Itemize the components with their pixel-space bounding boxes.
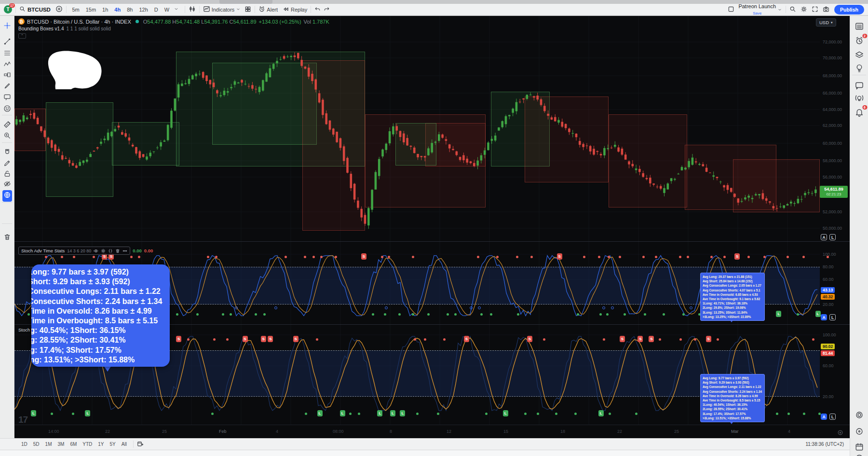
indicators-button[interactable]: Indicators bbox=[203, 5, 241, 14]
log-scale-badge[interactable]: L bbox=[829, 314, 836, 320]
plus-circle-icon bbox=[55, 5, 63, 14]
emoji-icon[interactable] bbox=[3, 105, 11, 114]
legend-collapse-button[interactable]: ⌃ bbox=[18, 33, 26, 39]
layers-icon[interactable] bbox=[854, 51, 864, 62]
alert-button[interactable]: Alert bbox=[258, 6, 278, 14]
source-code-icon[interactable] bbox=[108, 249, 113, 253]
lock-icon[interactable] bbox=[3, 170, 11, 180]
timeframe-1h[interactable]: 1h bbox=[100, 7, 110, 13]
avatar-notification-badge: 17 bbox=[9, 3, 15, 8]
indicator-templates-button[interactable] bbox=[244, 6, 251, 14]
more-options-icon[interactable] bbox=[122, 249, 127, 253]
timeframe-4h[interactable]: 4h bbox=[112, 7, 123, 13]
range-ytd[interactable]: YTD bbox=[80, 442, 95, 447]
currency-dropdown[interactable]: USD▾ bbox=[816, 18, 836, 27]
auto-scale-badge[interactable]: A bbox=[821, 234, 827, 240]
layout-name-menu[interactable]: Patreon Launch Save bbox=[738, 4, 776, 15]
magnet-icon[interactable] bbox=[3, 148, 11, 158]
chart-style-button[interactable] bbox=[189, 5, 196, 14]
chevron-down-icon[interactable] bbox=[777, 5, 782, 14]
object-tree-icon[interactable] bbox=[855, 411, 864, 421]
globe-icon[interactable] bbox=[2, 190, 12, 202]
xabcd-pattern-icon[interactable] bbox=[3, 60, 11, 70]
replay-button[interactable]: Replay bbox=[283, 6, 307, 14]
chart-area[interactable]: ₿ BTCUSD · Bitcoin / U.S. Dollar · 4h · … bbox=[14, 16, 850, 438]
toolbar-divider bbox=[66, 6, 67, 13]
short-signal-badge: S bbox=[268, 336, 273, 342]
gear-icon[interactable] bbox=[101, 249, 106, 253]
ideas-bulb-icon[interactable] bbox=[854, 64, 864, 75]
timeframe-W[interactable]: W bbox=[162, 7, 171, 13]
text-note-icon[interactable] bbox=[3, 93, 11, 103]
last-price: 54,611.89 bbox=[820, 186, 848, 192]
notifications-bell-icon[interactable]: 6 bbox=[854, 108, 864, 119]
crosshair-icon[interactable] bbox=[3, 22, 11, 31]
signal-dot bbox=[543, 338, 545, 341]
publish-button[interactable]: Publish bbox=[834, 5, 864, 14]
timeframe-5m[interactable]: 5m bbox=[70, 7, 81, 13]
long-signal-badge: L bbox=[400, 410, 405, 416]
snapshot-button[interactable] bbox=[823, 6, 829, 14]
pane-separator[interactable] bbox=[14, 241, 850, 242]
trash-icon[interactable] bbox=[115, 249, 120, 253]
indicator-legend[interactable]: Bounding Boxes v1.41 1 1 solid solid sol… bbox=[18, 26, 111, 31]
timeframe-menu-caret[interactable] bbox=[172, 6, 181, 13]
tooltip-line: Avg Long: 9.77 bars ± 3.97 (592) bbox=[31, 267, 170, 277]
compare-add-button[interactable] bbox=[55, 5, 63, 14]
clock-display[interactable]: 11:38:36 (UTC+2) bbox=[805, 442, 844, 447]
range-5y[interactable]: 5Y bbox=[107, 442, 119, 447]
range-6m[interactable]: 6M bbox=[67, 442, 80, 447]
range-1m[interactable]: 1M bbox=[42, 442, 55, 447]
trendline-icon[interactable] bbox=[3, 38, 11, 47]
brush-icon[interactable] bbox=[3, 82, 11, 92]
go-to-date-button[interactable] bbox=[137, 441, 144, 448]
chart-settings-button[interactable] bbox=[800, 6, 807, 14]
layout-select-button[interactable] bbox=[728, 6, 734, 14]
fullscreen-button[interactable] bbox=[812, 6, 818, 14]
range-5d[interactable]: 5D bbox=[30, 442, 42, 447]
trash-icon[interactable] bbox=[3, 233, 11, 243]
log-scale-badge[interactable]: L bbox=[829, 414, 836, 420]
auto-scale-badge[interactable]: A bbox=[821, 314, 827, 320]
help-icon[interactable] bbox=[855, 454, 864, 456]
position-tool-icon[interactable] bbox=[3, 71, 11, 81]
save-label[interactable]: Save bbox=[753, 12, 761, 15]
watchlist-icon[interactable] bbox=[854, 22, 864, 33]
signal-dot bbox=[644, 313, 646, 316]
chat-icon[interactable] bbox=[854, 81, 864, 92]
ruler-icon[interactable] bbox=[3, 121, 11, 130]
data-window-icon[interactable] bbox=[855, 427, 864, 438]
streams-icon[interactable] bbox=[854, 94, 864, 105]
signal-dot bbox=[599, 313, 602, 316]
log-scale-badge[interactable]: L bbox=[829, 234, 836, 240]
range-3m[interactable]: 3M bbox=[55, 442, 68, 447]
hide-drawings-icon[interactable] bbox=[3, 180, 11, 190]
range-all[interactable]: All bbox=[119, 442, 130, 447]
fib-lines-icon[interactable] bbox=[3, 49, 11, 59]
symbol-search-button[interactable]: BTCUSD bbox=[19, 6, 51, 13]
symbol-legend[interactable]: ₿ BTCUSD · Bitcoin / U.S. Dollar · 4h · … bbox=[18, 18, 329, 25]
eye-icon[interactable] bbox=[94, 249, 98, 253]
quick-search-button[interactable] bbox=[789, 6, 796, 14]
undo-button[interactable] bbox=[314, 6, 321, 13]
draw-pencil-icon[interactable] bbox=[3, 159, 11, 169]
scroll-to-realtime-icon[interactable] bbox=[837, 429, 843, 438]
range-1y[interactable]: 1Y bbox=[95, 442, 107, 447]
tooltip-line: 3Long: 17.4%; 3Short: 17.57% bbox=[703, 412, 762, 416]
timeframe-12h[interactable]: 12h bbox=[137, 7, 150, 13]
indicator-pill[interactable]: Stoch Adv Time Stats 14 3 6 20 80 bbox=[18, 247, 130, 255]
stoch-adv-time-stats-legend[interactable]: Stoch Adv Time Stats 14 3 6 20 80 0.00 0… bbox=[18, 247, 153, 255]
zoom-in-icon[interactable] bbox=[3, 132, 11, 141]
redo-button[interactable] bbox=[324, 6, 330, 13]
calendar-icon[interactable] bbox=[855, 442, 864, 453]
range-1d[interactable]: 1D bbox=[18, 442, 30, 447]
auto-scale-badge[interactable]: A bbox=[821, 414, 827, 420]
timeframe-D[interactable]: D bbox=[152, 7, 160, 13]
user-avatar[interactable]: T 17 bbox=[4, 5, 12, 14]
notification-count-badge: 6 bbox=[862, 105, 867, 110]
timeframe-8h[interactable]: 8h bbox=[125, 7, 135, 13]
timeframe-15m[interactable]: 15m bbox=[83, 7, 98, 13]
time-axis[interactable]: 14:002225Feb408:0081215182225Mar4 bbox=[14, 425, 850, 438]
rail-divider bbox=[2, 115, 12, 115]
alerts-clock-icon[interactable]: 2 bbox=[854, 36, 864, 47]
